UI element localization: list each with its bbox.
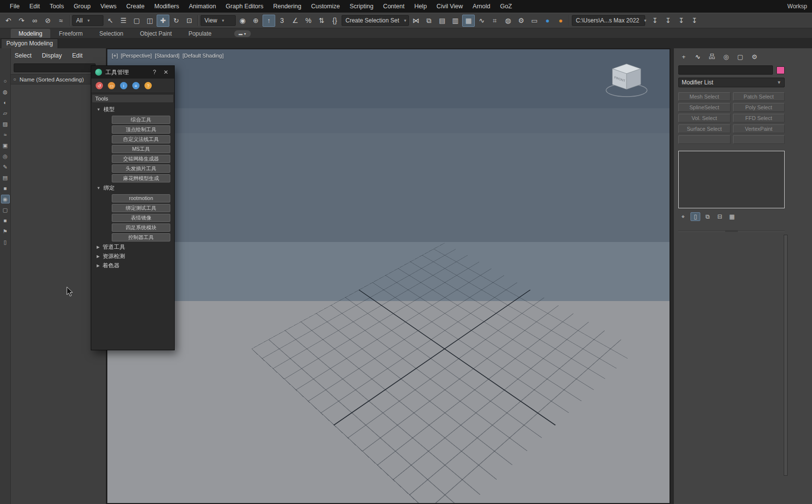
keyboard-shortcut-override-icon[interactable]: ↑ (263, 15, 275, 27)
tray-import-4-icon[interactable]: ↧ (688, 15, 701, 27)
rendered-frame-window-icon[interactable]: ▭ (528, 15, 541, 27)
tool-group-5[interactable]: ▶着色器 (91, 261, 174, 270)
display-tab[interactable]: ▢ (735, 52, 746, 61)
pin-stack-icon[interactable]: ⌖ (678, 212, 688, 221)
scene-explorer-toggle-icon[interactable]: ▥ (449, 15, 462, 27)
menu-customize[interactable]: Customize (306, 1, 345, 11)
hierarchy-tab[interactable]: 品 (707, 52, 717, 61)
help-icon[interactable]: ? (151, 69, 158, 76)
tool-button[interactable]: rootmotion (112, 194, 170, 202)
tool-group-2[interactable]: ▼绑定 (91, 183, 174, 193)
search-input[interactable] (14, 63, 96, 72)
tool-button[interactable]: 四足系统模块 (112, 223, 170, 232)
command-panel-scrollbar[interactable] (784, 235, 788, 476)
menu-goz[interactable]: GoZ (495, 1, 517, 11)
render-production-icon[interactable]: ● (554, 15, 567, 27)
edit-named-selection-sets-icon[interactable]: {} (328, 15, 341, 27)
delete-button[interactable]: ▭ (108, 82, 115, 89)
tool-button[interactable]: 控制器工具 (112, 233, 170, 242)
select-object-icon[interactable]: ↖ (104, 15, 117, 27)
explorer-tool-4-icon[interactable]: ▱ (1, 109, 10, 118)
snaps-toggle-icon[interactable]: 3 (276, 15, 288, 27)
explorer-tool-6-icon[interactable]: ≈ (1, 130, 10, 139)
explorer-tool-11-icon[interactable]: ■ (1, 184, 10, 193)
menu-help[interactable]: Help (409, 1, 432, 11)
material-editor-icon[interactable]: ◍ (502, 15, 514, 27)
tray-import-1-icon[interactable]: ↧ (649, 15, 661, 27)
explorer-tool-13-icon[interactable]: ▢ (1, 205, 10, 214)
explorer-tool-16-icon[interactable]: ▯ (1, 238, 10, 246)
render-online-icon[interactable]: ● (541, 15, 554, 27)
rectangular-selection-region-icon[interactable]: ▢ (130, 15, 143, 27)
modifier-button-1[interactable]: Mesh Select (678, 92, 731, 101)
modifier-button-6[interactable]: FFD Select (733, 114, 785, 122)
ribbon-options-button[interactable]: ▬ ▾ (234, 30, 251, 37)
explorer-tool-12-icon[interactable]: ◉ (1, 195, 10, 203)
explorer-menu-select[interactable]: Select (14, 51, 37, 60)
tool-group-1[interactable]: ▼模型 (91, 105, 174, 114)
tool-button[interactable]: 绑定测试工具 (112, 204, 170, 212)
tool-button[interactable]: 综合工具 (112, 116, 170, 124)
tool-group-4[interactable]: ▶资源检测 (91, 252, 174, 261)
named-selection-set-dropdown[interactable]: Create Selection Set ▾ (342, 15, 409, 26)
tool-button[interactable]: MS工具 (112, 145, 170, 153)
tool-button[interactable]: 表情镜像 (112, 214, 170, 222)
modify-tab[interactable]: ∿ (692, 52, 703, 61)
tool-group-3[interactable]: ▶管道工具 (91, 242, 174, 252)
scrollbar-thumb[interactable] (784, 235, 787, 475)
explorer-tool-3-icon[interactable]: ◐ (1, 98, 10, 107)
tool-button[interactable]: 头发插片工具 (112, 164, 170, 173)
explorer-menu-edit[interactable]: Edit (71, 51, 88, 60)
ribbon-tab-selection[interactable]: Selection (91, 29, 131, 38)
menu-edit[interactable]: Edit (24, 1, 45, 11)
percent-snap-icon[interactable]: % (302, 15, 315, 27)
tool-button[interactable]: 顶点绘制工具 (112, 125, 170, 134)
help-button[interactable]: ? (144, 82, 152, 89)
tool-button[interactable]: 交错网格生成器 (112, 155, 170, 163)
undo-icon[interactable]: ↶ (2, 15, 15, 27)
tray-import-3-icon[interactable]: ↧ (675, 15, 688, 27)
info-button[interactable]: i (120, 82, 127, 89)
show-end-result-icon[interactable]: ▯ (690, 212, 700, 221)
menu-rendering[interactable]: Rendering (268, 1, 306, 11)
menu-arnold[interactable]: Arnold (468, 1, 495, 11)
ribbon-tab-freeform[interactable]: Freeform (51, 29, 91, 38)
remove-modifier-icon[interactable]: ⊟ (715, 212, 725, 221)
list-button[interactable]: ≡ (132, 82, 140, 89)
modifier-button-10[interactable] (733, 135, 785, 144)
menu-scripting[interactable]: Scripting (345, 1, 378, 11)
viewcube[interactable]: FRONT (602, 60, 651, 105)
explorer-tool-9-icon[interactable]: ✎ (1, 162, 10, 171)
select-and-link-icon[interactable]: ∞ (28, 15, 41, 27)
explorer-menu-display[interactable]: Display (41, 51, 67, 60)
viewport-label-segment-2[interactable]: [Perspective] (121, 53, 152, 59)
menu-file[interactable]: File (5, 1, 24, 11)
curve-editor-icon[interactable]: ∿ (475, 15, 488, 27)
explorer-tool-7-icon[interactable]: ▣ (1, 141, 10, 150)
perspective-viewport[interactable]: [+][Perspective][Standard][Default Shadi… (106, 48, 670, 504)
project-folder-dropdown[interactable]: C:\Users\A...s Max 2022 ▾ (572, 15, 645, 26)
spinner-snap-icon[interactable]: ⇅ (315, 15, 328, 27)
explorer-tool-8-icon[interactable]: ◎ (1, 152, 10, 161)
tray-import-2-icon[interactable]: ↧ (662, 15, 674, 27)
toggle-ribbon-icon[interactable]: ▦ (462, 15, 475, 27)
modifier-button-9[interactable] (678, 135, 731, 144)
menu-create[interactable]: Create (122, 1, 150, 11)
window-crossing-toggle-icon[interactable]: ◫ (143, 15, 156, 27)
redo-icon[interactable]: ↷ (15, 15, 28, 27)
modifier-button-8[interactable]: VertexPaint (733, 124, 785, 133)
refresh-button[interactable]: ↺ (96, 82, 103, 89)
polygon-modeling-tab[interactable]: Polygon Modeling (1, 39, 58, 48)
viewport-label-segment-1[interactable]: [+] (112, 53, 118, 59)
explorer-tool-5-icon[interactable]: ▨ (1, 120, 10, 128)
render-setup-icon[interactable]: ⚙ (515, 15, 528, 27)
explorer-tool-15-icon[interactable]: ⚑ (1, 227, 10, 236)
ribbon-tab-populate[interactable]: Populate (181, 29, 219, 38)
close-icon[interactable]: ✕ (162, 69, 170, 76)
workspace-label[interactable]: Worksp (788, 3, 808, 10)
viewport-label-segment-3[interactable]: [Standard] (155, 53, 180, 59)
select-and-manipulate-icon[interactable]: ⊕ (249, 15, 262, 27)
make-unique-icon[interactable]: ⧉ (703, 212, 712, 221)
select-and-rotate-icon[interactable]: ↻ (170, 15, 183, 27)
selection-filter-dropdown[interactable]: All ▾ (72, 15, 103, 26)
